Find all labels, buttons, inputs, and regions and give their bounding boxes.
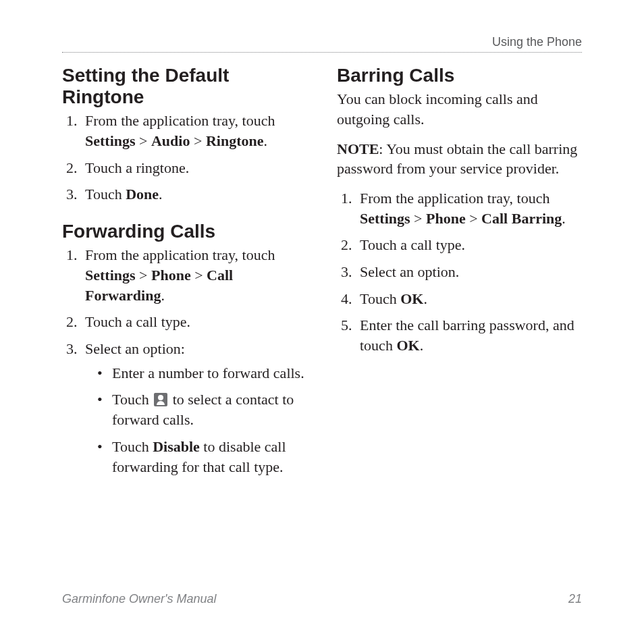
ordered-list: From the application tray, touch Setting…: [62, 111, 307, 205]
list-item: Select an option.: [356, 262, 582, 282]
ui-path: Settings: [85, 267, 136, 284]
text: Touch: [112, 391, 153, 408]
ui-path: Phone: [426, 210, 466, 227]
page-number: 21: [568, 592, 582, 606]
ui-path: Call Barring: [481, 210, 562, 227]
page-footer: Garminfone Owner's Manual 21: [62, 592, 582, 606]
list-item: Select an option: Enter a number to forw…: [81, 339, 307, 477]
ui-path: Phone: [151, 267, 191, 284]
ui-label: Disable: [153, 438, 200, 455]
text: Select an option:: [85, 340, 185, 357]
bullet-list: Enter a number to forward calls. Touch t…: [85, 363, 307, 477]
list-item: Touch Disable to disable call forwarding…: [97, 437, 307, 477]
section-barring-calls: Barring Calls You can block incoming cal…: [337, 65, 582, 356]
ui-label: Done: [126, 186, 159, 203]
footer-left: Garminfone Owner's Manual: [62, 592, 217, 606]
list-item: Touch Done.: [81, 184, 307, 205]
text: From the application tray, touch: [85, 246, 275, 263]
note-label: NOTE: [337, 140, 379, 157]
heading: Barring Calls: [337, 65, 582, 86]
list-item: Touch OK.: [356, 289, 582, 309]
ui-path: Settings: [360, 210, 410, 227]
note: NOTE: You must obtain the call barring p…: [337, 139, 582, 179]
sep: >: [136, 267, 151, 284]
two-column-body: Setting the Default Ringtone From the ap…: [62, 65, 582, 477]
list-item: Touch a call type.: [81, 312, 307, 332]
running-head: Using the Phone: [62, 35, 582, 52]
heading: Forwarding Calls: [62, 221, 307, 242]
text: .: [161, 287, 165, 304]
text: Touch: [360, 290, 400, 307]
manual-page: Using the Phone Setting the Default Ring…: [0, 0, 644, 644]
text: .: [159, 186, 163, 203]
sep: >: [466, 210, 481, 227]
text: .: [263, 132, 267, 149]
paragraph: You can block incoming calls and outgoin…: [337, 89, 582, 129]
text: .: [423, 290, 427, 307]
sep: >: [190, 132, 205, 149]
text: .: [420, 337, 424, 354]
list-item: Touch a ringtone.: [81, 158, 307, 178]
sep: >: [191, 267, 207, 284]
text: Touch: [85, 186, 126, 203]
ui-path: Audio: [151, 132, 190, 149]
list-item: Enter the call barring password, and tou…: [356, 315, 582, 355]
list-item: Enter a number to forward calls.: [97, 363, 307, 383]
text: From the application tray, touch: [85, 112, 275, 129]
list-item: From the application tray, touch Setting…: [81, 111, 307, 151]
ui-label: OK: [400, 290, 423, 307]
contact-icon: [154, 393, 167, 406]
list-item: From the application tray, touch Setting…: [81, 245, 307, 305]
list-item: From the application tray, touch Setting…: [356, 188, 582, 228]
header-rule: [62, 52, 582, 53]
text: Enter the call barring password, and tou…: [360, 317, 574, 354]
sep: >: [136, 132, 151, 149]
ordered-list: From the application tray, touch Setting…: [337, 188, 582, 356]
section-default-ringtone: Setting the Default Ringtone From the ap…: [62, 65, 307, 205]
list-item: Touch to select a contact to forward cal…: [97, 390, 307, 429]
list-item: Touch a call type.: [356, 235, 582, 255]
ui-path: Ringtone: [206, 132, 264, 149]
ui-path: Settings: [85, 132, 136, 149]
text: Touch: [112, 438, 153, 455]
sep: >: [410, 210, 426, 227]
text: From the application tray, touch: [360, 190, 549, 207]
text: .: [562, 210, 566, 227]
heading: Setting the Default Ringtone: [62, 65, 307, 108]
ui-label: OK: [396, 337, 419, 354]
section-forwarding-calls: Forwarding Calls From the application tr…: [62, 221, 307, 477]
ordered-list: From the application tray, touch Setting…: [62, 245, 307, 477]
